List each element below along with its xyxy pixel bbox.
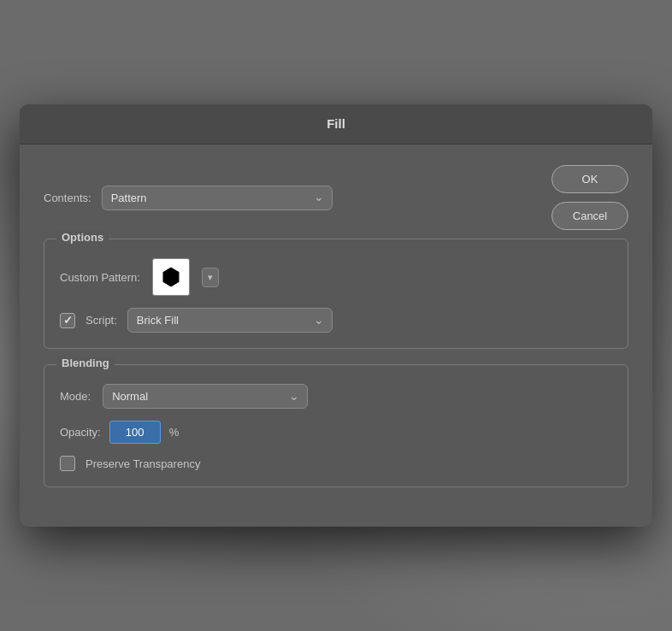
options-section: Options Custom Pattern: ▾ Script: <box>44 239 628 349</box>
blending-section: Blending Mode: Normal Dissolve Multiply … <box>44 364 628 487</box>
opacity-input[interactable] <box>109 421 161 444</box>
cancel-button[interactable]: Cancel <box>551 202 628 230</box>
options-label: Options <box>56 231 109 244</box>
script-label: Script: <box>85 314 117 327</box>
contents-select-wrapper: Pattern <box>102 186 333 210</box>
preserve-row: Preserve Transparency <box>60 456 612 471</box>
mode-label: Mode: <box>60 390 91 403</box>
script-row: Script: Brick Fill Cross Weave Fill Rand… <box>60 308 612 333</box>
mode-row: Mode: Normal Dissolve Multiply Screen Ov… <box>60 384 612 409</box>
contents-label: Contents: <box>44 192 91 204</box>
contents-select[interactable]: Pattern <box>102 186 333 210</box>
svg-marker-0 <box>162 267 180 287</box>
script-checkbox[interactable] <box>60 313 75 328</box>
custom-pattern-row: Custom Pattern: ▾ <box>60 258 612 296</box>
dialog-body: Contents: Pattern OK Cancel Options Cust… <box>20 144 652 527</box>
script-select[interactable]: Brick Fill Cross Weave Fill Random Fill … <box>127 308 333 333</box>
dialog-buttons: OK Cancel <box>551 165 628 230</box>
mode-select-wrapper: Normal Dissolve Multiply Screen Overlay <box>103 384 308 409</box>
preserve-label: Preserve Transparency <box>85 457 200 470</box>
contents-left: Contents: Pattern <box>44 186 333 210</box>
contents-row: Contents: Pattern OK Cancel <box>44 165 628 230</box>
mode-select[interactable]: Normal Dissolve Multiply Screen Overlay <box>103 384 308 409</box>
chevron-down-icon: ▾ <box>208 272 213 283</box>
preserve-checkbox[interactable] <box>60 456 75 471</box>
opacity-unit: % <box>169 426 180 439</box>
opacity-label: Opacity: <box>60 426 101 439</box>
dialog-title: Fill <box>327 116 345 131</box>
hex-icon <box>159 265 183 289</box>
blending-label: Blending <box>56 357 115 369</box>
dialog-titlebar: Fill <box>20 104 652 144</box>
script-select-wrapper: Brick Fill Cross Weave Fill Random Fill … <box>127 308 333 333</box>
opacity-row: Opacity: % <box>60 421 612 444</box>
pattern-dropdown-button[interactable]: ▾ <box>202 268 219 287</box>
custom-pattern-label: Custom Pattern: <box>60 271 140 284</box>
fill-dialog: Fill Contents: Pattern OK Cancel Options <box>20 104 652 527</box>
ok-button[interactable]: OK <box>551 165 628 193</box>
pattern-preview <box>152 258 190 296</box>
